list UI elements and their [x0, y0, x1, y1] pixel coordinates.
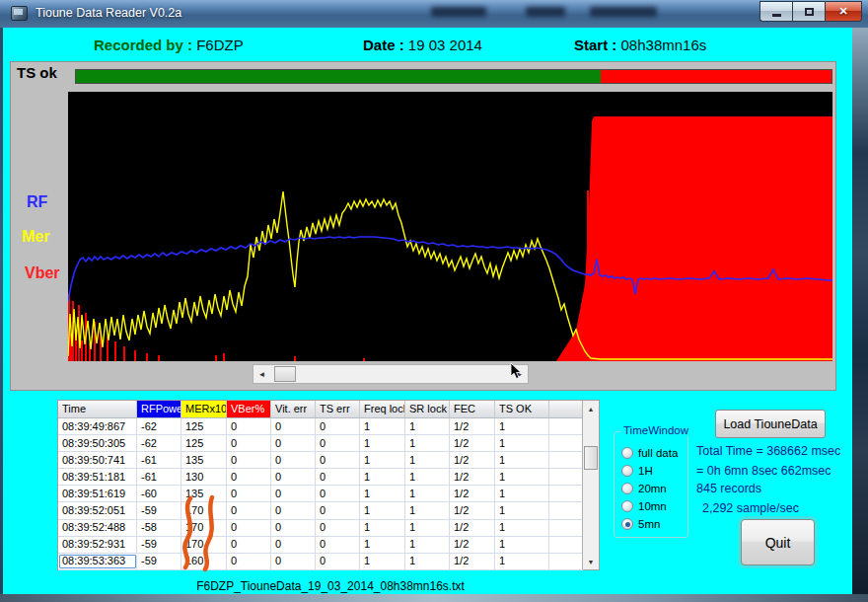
column-header[interactable]: MERx10 — [181, 401, 227, 417]
table-cell: 0 — [316, 418, 360, 434]
table-row[interactable]: 08:39:51:181-61130000111/21 — [58, 469, 583, 486]
table-cell: 0 — [271, 418, 316, 434]
legend-mer: Mer — [22, 228, 49, 246]
title-bar[interactable]: Tioune Data Reader V0.2a ✕ — [0, 0, 868, 28]
table-cell: 0 — [227, 502, 271, 518]
column-header[interactable]: TS OK — [495, 401, 549, 417]
table-cell: 125 — [181, 418, 227, 434]
time-window-option-5mn[interactable]: 5mn — [621, 517, 660, 531]
column-header[interactable]: Vit. err — [271, 401, 316, 417]
radio-icon[interactable] — [621, 465, 633, 477]
table-cell: 0 — [316, 502, 360, 518]
time-window-group: TimeWindow full data1H20mn10mn5mn — [614, 431, 688, 538]
table-row[interactable]: 08:39:50:741-61135000111/21 — [58, 452, 583, 469]
time-window-option-20mn[interactable]: 20mn — [621, 482, 667, 495]
table-row[interactable]: 08:39:51:619-60135000111/21 — [58, 486, 583, 502]
radio-selected-icon[interactable] — [621, 518, 633, 530]
time-window-option-full-data[interactable]: full data — [621, 446, 678, 460]
table-cell: -61 — [137, 469, 181, 485]
table-row[interactable]: 08:39:50:305-62125000111/21 — [58, 435, 583, 452]
radio-icon[interactable] — [621, 447, 633, 459]
minimize-button[interactable] — [760, 1, 792, 22]
time-window-option-10mn[interactable]: 10mn — [621, 499, 667, 513]
table-cell: 130 — [181, 469, 227, 485]
recorded-by-label: Recorded by : — [94, 37, 192, 53]
column-header[interactable]: TS err — [316, 401, 360, 417]
redacted-text — [590, 7, 657, 17]
close-button[interactable]: ✕ — [825, 1, 862, 22]
table-cell: 1 — [495, 486, 549, 501]
stat-sample-rate: 2,292 sample/sec — [702, 501, 799, 515]
table-row[interactable]: 08:39:49:867-62125000111/21 — [58, 418, 583, 435]
scroll-left-arrow-icon[interactable]: ◄ — [253, 365, 270, 383]
table-cell: 08:39:51:619 — [58, 486, 137, 501]
table-cell: 135 — [181, 486, 227, 501]
table-cell: -62 — [137, 418, 181, 434]
table-cell: 0 — [271, 520, 316, 536]
mouse-cursor — [510, 363, 522, 380]
load-tiounedata-button[interactable]: Load TiouneData — [715, 410, 826, 438]
column-header[interactable]: VBer% — [227, 401, 271, 417]
table-cell: 1 — [405, 502, 450, 518]
chart-hscrollbar[interactable]: ◄ ► — [253, 364, 529, 384]
scroll-up-arrow-icon[interactable]: ▲ — [583, 401, 599, 416]
table-cell: 1 — [360, 435, 405, 451]
quit-button[interactable]: Quit — [741, 519, 815, 565]
table-cell: -59 — [137, 502, 181, 518]
table-cell: 1 — [360, 554, 405, 569]
signal-chart — [68, 92, 832, 361]
window-border-right — [852, 28, 868, 594]
table-cell: 0 — [227, 554, 271, 569]
window-title: Tioune Data Reader V0.2a — [36, 6, 181, 20]
table-cell: 08:39:50:741 — [58, 452, 137, 468]
scroll-thumb[interactable] — [584, 446, 598, 470]
scroll-thumb[interactable] — [274, 366, 296, 382]
table-row[interactable]: 08:39:53:363-59160000111/21 — [58, 554, 583, 570]
column-header[interactable]: SR lock — [405, 401, 450, 417]
table-cell: 1/2 — [450, 537, 495, 553]
radio-label: 5mn — [638, 518, 660, 530]
column-header[interactable]: RFPower — [137, 401, 181, 417]
time-window-title: TimeWindow — [620, 424, 691, 436]
column-header[interactable]: FEC — [450, 401, 495, 417]
radio-icon[interactable] — [621, 483, 633, 494]
table-cell: 0 — [227, 435, 271, 451]
table-cell: 0 — [271, 554, 316, 569]
table-cell: 08:39:52:931 — [58, 537, 137, 553]
table-body: 08:39:49:867-62125000111/2108:39:50:305-… — [58, 418, 583, 570]
table-cell: -60 — [137, 486, 181, 501]
table-cell: 08:39:52:051 — [58, 502, 137, 518]
date-label: Date : — [363, 37, 404, 53]
maximize-button[interactable] — [792, 1, 825, 22]
scroll-down-arrow-icon[interactable]: ▼ — [583, 554, 599, 569]
window-border-left — [0, 28, 3, 602]
table-cell: -62 — [137, 435, 181, 451]
table-cell: 08:39:52:488 — [58, 520, 137, 536]
table-cell: 1 — [405, 435, 450, 451]
close-icon: ✕ — [838, 5, 847, 18]
table-vscrollbar[interactable]: ▲ ▼ — [582, 401, 599, 569]
table-cell: 0 — [316, 452, 360, 468]
table-cell: 0 — [271, 469, 316, 485]
table-cell: -59 — [137, 537, 181, 553]
table-cell: 1 — [360, 469, 405, 485]
table-row[interactable]: 08:39:52:931-59170000111/21 — [58, 537, 583, 554]
table-cell: 08:39:49:867 — [58, 418, 137, 434]
table-cell: 1 — [405, 469, 450, 485]
column-header[interactable]: Freq lock — [360, 401, 405, 417]
date-value: 19 03 2014 — [408, 37, 482, 53]
recorded-by: Recorded by : F6DZP — [94, 37, 244, 53]
radio-icon[interactable] — [621, 500, 633, 512]
table-row[interactable]: 08:39:52:488-58170000111/21 — [58, 520, 583, 537]
table-cell: 1 — [360, 502, 405, 518]
table-cell: 1 — [495, 469, 549, 485]
table-cell: 1 — [495, 520, 549, 536]
column-header[interactable]: Time — [58, 401, 137, 417]
table-cell: 1 — [495, 554, 549, 569]
table-cell: 1 — [405, 520, 450, 536]
table-row[interactable]: 08:39:52:051-59170000111/21 — [58, 502, 583, 519]
table-cell: 1/2 — [450, 452, 495, 468]
table-cell: 0 — [227, 418, 271, 434]
time-window-option-1H[interactable]: 1H — [621, 464, 653, 478]
ts-fail-region — [556, 116, 832, 361]
